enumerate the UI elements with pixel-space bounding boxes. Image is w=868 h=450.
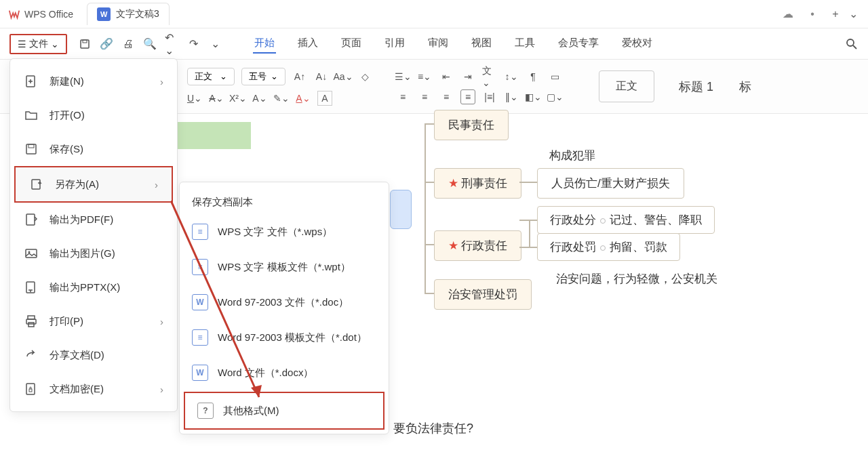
diagram-root-handle[interactable] xyxy=(390,190,412,229)
strikethrough-icon[interactable]: A⌄ xyxy=(209,91,224,106)
saveas-item-2[interactable]: WWord 97-2003 文件（*.doc） xyxy=(180,285,389,320)
file-menu-item-folder[interactable]: 打开(O) xyxy=(10,98,177,132)
superscript-icon[interactable]: X²⌄ xyxy=(231,91,245,106)
print-icon[interactable]: 🖨 xyxy=(121,37,135,51)
font-name-select[interactable]: 正文⌄ xyxy=(187,68,235,85)
align-left-icon[interactable]: ≡ xyxy=(395,89,410,104)
text-effects-icon[interactable]: A⌄ xyxy=(252,91,267,106)
tab-review[interactable]: 审阅 xyxy=(427,34,450,54)
tab-tools[interactable]: 工具 xyxy=(513,34,536,54)
diagram-node-criminal[interactable]: ★刑事责任 xyxy=(434,168,521,199)
tab-member[interactable]: 会员专享 xyxy=(557,34,600,54)
file-menu-item-image[interactable]: 输出为图片(G) xyxy=(10,237,177,270)
decrease-font-icon[interactable]: A↓ xyxy=(314,69,329,84)
file-menu-item-pptx[interactable]: 输出为PPTX(X) xyxy=(10,270,177,304)
distribute-icon[interactable]: |≡| xyxy=(482,89,497,104)
sort-icon[interactable]: ↕⌄ xyxy=(504,69,519,84)
font-color-icon[interactable]: A⌄ xyxy=(296,91,311,106)
new-tab-dropdown-icon[interactable]: ⌄ xyxy=(846,7,860,21)
tab-page[interactable]: 页面 xyxy=(340,34,363,54)
toggle-marks-icon[interactable]: ¶ xyxy=(526,69,540,84)
dot-icon[interactable]: • xyxy=(806,7,819,21)
ribbon-tabs: 开始 插入 页面 引用 审阅 视图 工具 会员专享 爱校对 xyxy=(253,34,654,54)
file-menu-item-plus-doc[interactable]: 新建(N)› xyxy=(10,64,177,98)
svg-line-3 xyxy=(853,45,856,49)
file-menu-item-print[interactable]: 打印(P)› xyxy=(10,304,177,338)
pdf-icon xyxy=(24,212,39,227)
text-direction-icon[interactable]: 文⌄ xyxy=(482,69,497,84)
style-heading1[interactable]: 标题 1 xyxy=(679,79,713,95)
bullets-icon[interactable]: ☰⌄ xyxy=(395,69,410,84)
saveas-item-0[interactable]: ≡WPS 文字 文件（*.wps） xyxy=(180,214,389,249)
char-shading-icon[interactable]: A xyxy=(317,91,332,106)
file-menu-item-saveas[interactable]: 另存为(A)› xyxy=(14,166,173,203)
more-qat-icon[interactable]: ⌄ xyxy=(208,37,222,51)
svg-point-12 xyxy=(28,251,31,253)
style-body[interactable]: 正文 xyxy=(599,70,654,102)
file-menu-button[interactable]: ☰ 文件 ⌄ xyxy=(9,34,67,54)
menubar: ☰ 文件 ⌄ 🔗 🖨 🔍 ↶ ⌄ ↷ ⌄ 开始 插入 页面 引用 审阅 视图 工… xyxy=(0,28,868,60)
align-right-icon[interactable]: ≡ xyxy=(439,89,454,104)
justify-icon[interactable]: ≡ xyxy=(460,89,475,104)
star-icon: ★ xyxy=(448,177,458,190)
highlight-icon[interactable]: ✎⌄ xyxy=(274,91,289,106)
selection-highlight xyxy=(176,122,251,149)
svg-rect-18 xyxy=(29,389,32,392)
font-size-select[interactable]: 五号⌄ xyxy=(241,68,285,85)
link-icon[interactable]: 🔗 xyxy=(100,37,113,51)
diagram-node-admin[interactable]: ★行政责任 xyxy=(434,230,521,261)
saveas-item-1[interactable]: ≡WPS 文字 模板文件（*.wpt） xyxy=(180,249,389,285)
undo-icon[interactable]: ↶ ⌄ xyxy=(165,37,178,51)
saveas-item-3[interactable]: ≡Word 97-2003 模板文件（*.dot） xyxy=(180,320,389,355)
tab-view[interactable]: 视图 xyxy=(470,34,493,54)
align-center-icon[interactable]: ≡ xyxy=(417,89,432,104)
menu-item-label: 打印(P) xyxy=(50,315,83,328)
file-menu-item-save[interactable]: 保存(S) xyxy=(10,132,177,166)
filetype-icon: ≡ xyxy=(192,329,208,346)
shading-icon[interactable]: ◧⌄ xyxy=(526,89,540,104)
diagram-node-security[interactable]: 治安管理处罚 xyxy=(434,279,532,310)
filetype-icon: W xyxy=(192,365,208,381)
diagram-node-admin-discipline[interactable]: 行政处分记过、警告、降职 xyxy=(537,206,715,234)
redo-icon[interactable]: ↷ xyxy=(186,37,200,51)
preview-icon[interactable]: 🔍 xyxy=(143,37,157,51)
doc-title: 文字文稿3 xyxy=(116,8,159,20)
cloud-icon[interactable]: ☁ xyxy=(781,7,795,21)
style-heading-extra[interactable]: 标 xyxy=(739,79,751,95)
menu-item-label: 输出为PPTX(X) xyxy=(50,281,120,294)
document-tab[interactable]: W 文字文稿3 xyxy=(87,3,170,25)
saveas-icon xyxy=(29,177,44,192)
saveas-header: 保存文档副本 xyxy=(180,186,389,214)
file-menu-item-lock[interactable]: 文档加密(E)› xyxy=(10,372,177,406)
quick-access-toolbar: 🔗 🖨 🔍 ↶ ⌄ ↷ ⌄ xyxy=(78,37,222,51)
tab-insert[interactable]: 插入 xyxy=(296,34,319,54)
file-menu-item-pdf[interactable]: 输出为PDF(F) xyxy=(10,203,177,237)
tab-proofread[interactable]: 爱校对 xyxy=(620,34,654,54)
file-menu-item-share[interactable]: 分享文档(D) xyxy=(10,338,177,372)
saveas-item-label: Word 97-2003 文件（*.doc） xyxy=(218,296,349,309)
diagram-node-civil[interactable]: 民事责任 xyxy=(434,110,509,140)
change-case-icon[interactable]: Aa⌄ xyxy=(336,69,351,84)
tab-start[interactable]: 开始 xyxy=(253,34,276,54)
new-tab-plus-icon[interactable]: + xyxy=(829,7,842,21)
search-icon[interactable] xyxy=(845,37,859,51)
saveas-item-5[interactable]: ?其他格式(M) xyxy=(184,392,384,430)
chevron-down-icon: ⌄ xyxy=(51,39,59,49)
file-label: 文件 xyxy=(29,38,48,50)
increase-indent-icon[interactable]: ⇥ xyxy=(460,69,475,84)
line-spacing-icon[interactable]: ‖⌄ xyxy=(504,89,519,104)
increase-font-icon[interactable]: A↑ xyxy=(292,69,307,84)
border-icon[interactable]: ▢⌄ xyxy=(547,89,562,104)
menu-item-label: 打开(O) xyxy=(50,109,85,122)
diagram-node-casualty[interactable]: 人员伤亡/重大财产损失 xyxy=(537,168,684,199)
decrease-indent-icon[interactable]: ⇤ xyxy=(439,69,454,84)
clear-format-icon[interactable]: ◇ xyxy=(357,69,372,84)
diagram-node-admin-penalty[interactable]: 行政处罚拘留、罚款 xyxy=(537,233,680,261)
columns-icon[interactable]: ▭ xyxy=(547,69,562,84)
titlebar: WPS Office W 文字文稿3 ☁ • + ⌄ xyxy=(0,0,868,28)
saveas-item-4[interactable]: WWord 文件（*.docx） xyxy=(180,355,389,390)
numbering-icon[interactable]: ≡⌄ xyxy=(417,69,432,84)
save-icon[interactable] xyxy=(78,37,92,51)
underline-icon[interactable]: U⌄ xyxy=(187,91,202,106)
tab-references[interactable]: 引用 xyxy=(383,34,406,54)
